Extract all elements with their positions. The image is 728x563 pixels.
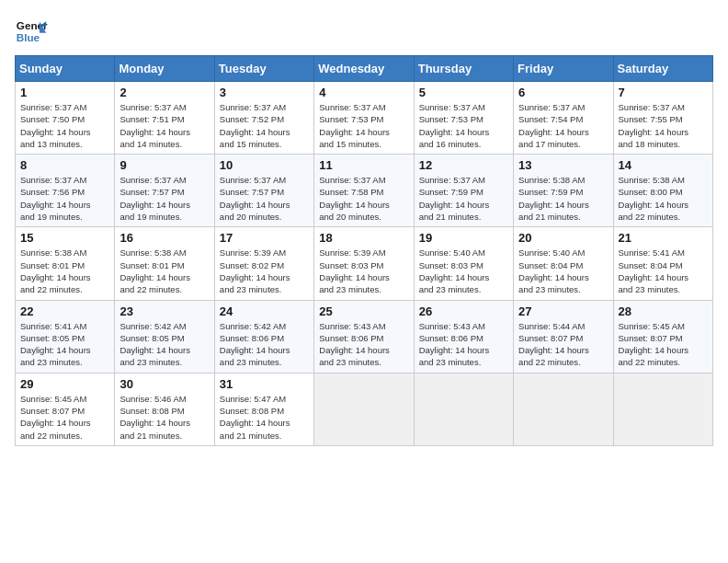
day-info: Sunrise: 5:38 AM Sunset: 8:01 PM Dayligh… [119,247,209,295]
day-info: Sunrise: 5:37 AM Sunset: 7:54 PM Dayligh… [518,101,608,150]
svg-text:Blue: Blue [17,31,40,43]
calendar-week-row: 8Sunrise: 5:37 AM Sunset: 7:56 PM Daylig… [16,155,713,227]
day-header-friday: Friday [514,56,613,82]
calendar-cell: 13Sunrise: 5:38 AM Sunset: 7:59 PM Dayli… [514,155,613,227]
calendar-cell: 22Sunrise: 5:41 AM Sunset: 8:05 PM Dayli… [16,300,115,373]
calendar-cell: 20Sunrise: 5:40 AM Sunset: 8:04 PM Dayli… [514,227,613,300]
day-info: Sunrise: 5:44 AM Sunset: 8:07 PM Dayligh… [518,320,608,369]
day-header-sunday: Sunday [16,56,115,82]
day-info: Sunrise: 5:43 AM Sunset: 8:06 PM Dayligh… [319,320,408,369]
day-info: Sunrise: 5:41 AM Sunset: 8:04 PM Dayligh… [619,247,708,295]
calendar-cell: 18Sunrise: 5:39 AM Sunset: 8:03 PM Dayli… [314,227,414,300]
day-number: 16 [119,231,209,245]
calendar-cell: 21Sunrise: 5:41 AM Sunset: 8:04 PM Dayli… [613,227,712,300]
day-info: Sunrise: 5:42 AM Sunset: 8:06 PM Dayligh… [220,320,309,369]
day-number: 2 [119,86,209,99]
calendar-cell: 4Sunrise: 5:37 AM Sunset: 7:53 PM Daylig… [314,82,414,155]
day-info: Sunrise: 5:38 AM Sunset: 7:59 PM Dayligh… [518,174,608,223]
calendar-cell: 2Sunrise: 5:37 AM Sunset: 7:51 PM Daylig… [115,82,214,155]
day-number: 24 [220,304,309,318]
day-info: Sunrise: 5:37 AM Sunset: 7:56 PM Dayligh… [20,174,109,223]
calendar-cell: 29Sunrise: 5:45 AM Sunset: 8:07 PM Dayli… [16,373,115,445]
calendar-cell: 14Sunrise: 5:38 AM Sunset: 8:00 PM Dayli… [613,155,712,227]
calendar-cell: 31Sunrise: 5:47 AM Sunset: 8:08 PM Dayli… [214,373,313,445]
day-info: Sunrise: 5:39 AM Sunset: 8:03 PM Dayligh… [319,247,408,295]
day-info: Sunrise: 5:37 AM Sunset: 7:58 PM Dayligh… [319,174,408,223]
calendar-cell: 30Sunrise: 5:46 AM Sunset: 8:08 PM Dayli… [115,373,214,445]
calendar-cell: 3Sunrise: 5:37 AM Sunset: 7:52 PM Daylig… [214,82,313,155]
day-number: 17 [220,231,309,245]
calendar-cell: 1Sunrise: 5:37 AM Sunset: 7:50 PM Daylig… [16,82,115,155]
calendar-cell: 23Sunrise: 5:42 AM Sunset: 8:05 PM Dayli… [115,300,214,373]
calendar-header-row: SundayMondayTuesdayWednesdayThursdayFrid… [16,56,713,82]
day-number: 22 [20,304,109,318]
day-number: 27 [518,304,608,318]
day-info: Sunrise: 5:38 AM Sunset: 8:00 PM Dayligh… [619,174,708,223]
calendar-table: SundayMondayTuesdayWednesdayThursdayFrid… [15,55,713,446]
calendar-cell: 27Sunrise: 5:44 AM Sunset: 8:07 PM Dayli… [514,300,613,373]
day-number: 8 [20,158,109,172]
calendar-cell: 6Sunrise: 5:37 AM Sunset: 7:54 PM Daylig… [514,82,613,155]
logo-icon: General Blue [15,15,48,48]
day-number: 30 [119,377,209,391]
day-info: Sunrise: 5:45 AM Sunset: 8:07 PM Dayligh… [619,320,708,369]
day-number: 20 [518,231,608,245]
day-number: 14 [619,158,708,172]
calendar-cell: 25Sunrise: 5:43 AM Sunset: 8:06 PM Dayli… [314,300,414,373]
day-info: Sunrise: 5:46 AM Sunset: 8:08 PM Dayligh… [119,393,209,442]
day-info: Sunrise: 5:37 AM Sunset: 7:55 PM Dayligh… [619,101,708,150]
day-info: Sunrise: 5:37 AM Sunset: 7:57 PM Dayligh… [220,174,309,223]
calendar-cell [514,373,613,445]
calendar-cell: 26Sunrise: 5:43 AM Sunset: 8:06 PM Dayli… [414,300,513,373]
day-number: 15 [20,231,109,245]
calendar-cell [414,373,513,445]
day-number: 4 [319,86,408,99]
day-header-tuesday: Tuesday [214,56,313,82]
calendar-cell: 24Sunrise: 5:42 AM Sunset: 8:06 PM Dayli… [214,300,313,373]
calendar-week-row: 15Sunrise: 5:38 AM Sunset: 8:01 PM Dayli… [16,227,713,300]
day-number: 29 [20,377,109,391]
day-number: 7 [619,86,708,99]
day-number: 10 [220,158,309,172]
calendar-cell [613,373,712,445]
logo: General Blue [15,15,48,48]
calendar-week-row: 29Sunrise: 5:45 AM Sunset: 8:07 PM Dayli… [16,373,713,445]
day-info: Sunrise: 5:39 AM Sunset: 8:02 PM Dayligh… [220,247,309,295]
day-number: 3 [220,86,309,99]
calendar-cell: 9Sunrise: 5:37 AM Sunset: 7:57 PM Daylig… [115,155,214,227]
day-number: 13 [518,158,608,172]
calendar-cell: 11Sunrise: 5:37 AM Sunset: 7:58 PM Dayli… [314,155,414,227]
calendar-cell: 19Sunrise: 5:40 AM Sunset: 8:03 PM Dayli… [414,227,513,300]
calendar-cell: 7Sunrise: 5:37 AM Sunset: 7:55 PM Daylig… [613,82,712,155]
calendar-cell: 5Sunrise: 5:37 AM Sunset: 7:53 PM Daylig… [414,82,513,155]
day-number: 1 [20,86,109,99]
day-number: 18 [319,231,408,245]
day-header-saturday: Saturday [613,56,712,82]
calendar-cell: 10Sunrise: 5:37 AM Sunset: 7:57 PM Dayli… [214,155,313,227]
day-info: Sunrise: 5:38 AM Sunset: 8:01 PM Dayligh… [20,247,109,295]
calendar-cell: 16Sunrise: 5:38 AM Sunset: 8:01 PM Dayli… [115,227,214,300]
day-info: Sunrise: 5:40 AM Sunset: 8:04 PM Dayligh… [518,247,608,295]
day-number: 23 [119,304,209,318]
day-info: Sunrise: 5:43 AM Sunset: 8:06 PM Dayligh… [419,320,508,369]
day-header-monday: Monday [115,56,214,82]
calendar-week-row: 1Sunrise: 5:37 AM Sunset: 7:50 PM Daylig… [16,82,713,155]
day-info: Sunrise: 5:37 AM Sunset: 7:51 PM Dayligh… [119,101,209,150]
day-info: Sunrise: 5:40 AM Sunset: 8:03 PM Dayligh… [419,247,508,295]
page-header: General Blue [15,15,713,48]
calendar-cell: 17Sunrise: 5:39 AM Sunset: 8:02 PM Dayli… [214,227,313,300]
day-number: 11 [319,158,408,172]
day-info: Sunrise: 5:37 AM Sunset: 7:53 PM Dayligh… [419,101,508,150]
day-number: 12 [419,158,508,172]
day-number: 19 [419,231,508,245]
day-number: 25 [319,304,408,318]
calendar-cell: 15Sunrise: 5:38 AM Sunset: 8:01 PM Dayli… [16,227,115,300]
day-info: Sunrise: 5:37 AM Sunset: 7:59 PM Dayligh… [419,174,508,223]
day-number: 21 [619,231,708,245]
day-info: Sunrise: 5:37 AM Sunset: 7:50 PM Dayligh… [20,101,109,150]
day-info: Sunrise: 5:37 AM Sunset: 7:57 PM Dayligh… [119,174,209,223]
day-info: Sunrise: 5:37 AM Sunset: 7:53 PM Dayligh… [319,101,408,150]
calendar-cell [314,373,414,445]
day-number: 31 [220,377,309,391]
calendar-cell: 8Sunrise: 5:37 AM Sunset: 7:56 PM Daylig… [16,155,115,227]
